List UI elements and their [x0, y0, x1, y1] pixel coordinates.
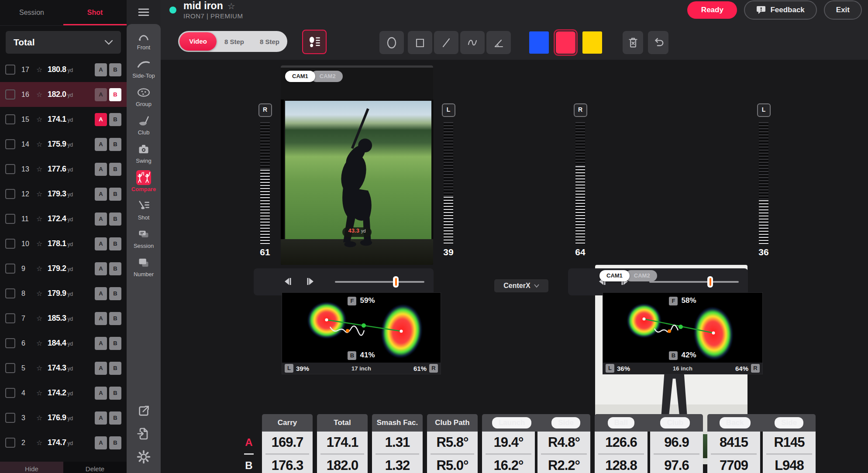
- assign-a-button[interactable]: A: [95, 362, 107, 375]
- rail-item-front[interactable]: Front: [127, 28, 161, 51]
- assign-a-button[interactable]: A: [95, 387, 107, 400]
- color-swatch-2[interactable]: [582, 31, 602, 54]
- mode-8step-1[interactable]: 8 Step: [217, 38, 252, 45]
- total-dropdown[interactable]: Total: [6, 31, 121, 54]
- clear-drawings-button[interactable]: [623, 31, 643, 54]
- assign-a-button[interactable]: A: [95, 287, 107, 300]
- cam1-tab[interactable]: CAM1: [285, 71, 315, 82]
- assign-b-button[interactable]: B: [109, 213, 121, 226]
- menu-button[interactable]: [127, 0, 161, 24]
- star-icon[interactable]: ☆: [36, 90, 48, 99]
- star-icon[interactable]: ☆: [36, 414, 48, 422]
- assign-b-button[interactable]: B: [109, 113, 121, 126]
- export-button[interactable]: [137, 404, 151, 420]
- shot-list-item[interactable]: 11 ☆ 172.4yd A B: [0, 206, 127, 231]
- shot-checkbox[interactable]: [5, 89, 15, 99]
- rail-item-shot[interactable]: Shot: [127, 199, 161, 221]
- star-icon[interactable]: ☆: [36, 314, 48, 322]
- assign-b-button[interactable]: B: [109, 436, 121, 449]
- star-icon[interactable]: ☆: [36, 115, 48, 123]
- star-icon[interactable]: ☆: [36, 264, 48, 273]
- rail-item-swing[interactable]: Swing: [127, 142, 161, 164]
- star-icon[interactable]: ☆: [36, 140, 48, 148]
- shot-list-item[interactable]: 7 ☆ 185.3yd A B: [0, 306, 127, 331]
- assign-a-button[interactable]: A: [95, 213, 107, 226]
- assign-a-button[interactable]: A: [95, 436, 107, 449]
- shot-list-item[interactable]: 5 ☆ 174.3yd A B: [0, 356, 127, 380]
- shot-checkbox[interactable]: [5, 413, 15, 423]
- draw-line-tool[interactable]: [434, 31, 458, 54]
- rail-item-session[interactable]: Session: [127, 227, 161, 249]
- rail-item-side-top[interactable]: Side-Top: [127, 57, 161, 79]
- assign-b-button[interactable]: B: [109, 287, 121, 300]
- shot-checkbox[interactable]: [5, 189, 15, 199]
- rail-item-group[interactable]: Group: [127, 85, 161, 107]
- assign-b-button[interactable]: B: [109, 387, 121, 400]
- shot-checkbox[interactable]: [5, 65, 15, 75]
- draw-ellipse-tool[interactable]: [379, 31, 404, 54]
- assign-a-button[interactable]: A: [95, 188, 107, 201]
- assign-b-button[interactable]: B: [109, 88, 121, 101]
- delete-button[interactable]: Delete: [63, 462, 127, 473]
- exit-button[interactable]: Exit: [824, 0, 862, 20]
- star-icon[interactable]: ☆: [36, 364, 48, 372]
- import-button[interactable]: [137, 427, 151, 442]
- assign-b-button[interactable]: B: [109, 312, 121, 325]
- cam1-tab[interactable]: CAM1: [599, 270, 630, 281]
- assign-a-button[interactable]: A: [95, 63, 107, 76]
- shot-checkbox[interactable]: [5, 288, 15, 298]
- shot-checkbox[interactable]: [5, 388, 15, 398]
- assign-a-button[interactable]: A: [95, 312, 107, 325]
- favorite-star-icon[interactable]: ☆: [227, 1, 235, 11]
- shot-checkbox[interactable]: [5, 363, 15, 373]
- mode-video[interactable]: Video: [179, 32, 217, 51]
- rail-item-number[interactable]: Number: [127, 255, 161, 278]
- draw-rect-tool[interactable]: [408, 31, 432, 54]
- pressure-panel-toggle[interactable]: [302, 30, 327, 54]
- rail-item-compare[interactable]: Compare: [127, 170, 161, 192]
- shot-checkbox[interactable]: [5, 214, 15, 224]
- assign-a-button[interactable]: A: [95, 262, 107, 275]
- star-icon[interactable]: ☆: [36, 165, 48, 173]
- frame-forward-button[interactable]: [305, 276, 316, 288]
- assign-a-button[interactable]: A: [95, 337, 107, 350]
- star-icon[interactable]: ☆: [36, 65, 48, 74]
- shot-checkbox[interactable]: [5, 313, 15, 323]
- assign-b-button[interactable]: B: [109, 362, 121, 375]
- shot-checkbox[interactable]: [5, 438, 15, 448]
- hide-button[interactable]: Hide: [0, 462, 63, 473]
- assign-a-button[interactable]: A: [95, 237, 107, 250]
- video-a-slider[interactable]: [335, 276, 424, 288]
- slider-thumb[interactable]: [707, 276, 713, 288]
- shot-list-item[interactable]: 4 ☆ 174.2yd A B: [0, 380, 127, 405]
- assign-b-button[interactable]: B: [109, 188, 121, 201]
- shot-checkbox[interactable]: [5, 114, 15, 124]
- shot-checkbox[interactable]: [5, 264, 15, 274]
- draw-angle-tool[interactable]: [486, 31, 511, 54]
- cam2-tab[interactable]: CAM2: [625, 270, 657, 281]
- assign-b-button[interactable]: B: [109, 138, 121, 151]
- assign-a-button[interactable]: A: [95, 88, 107, 101]
- star-icon[interactable]: ☆: [36, 339, 48, 347]
- star-icon[interactable]: ☆: [36, 289, 48, 298]
- shot-list-item[interactable]: 8 ☆ 179.9yd A B: [0, 281, 127, 306]
- settings-button[interactable]: [136, 449, 151, 466]
- assign-a-button[interactable]: A: [95, 113, 107, 126]
- tab-session[interactable]: Session: [0, 9, 63, 17]
- assign-b-button[interactable]: B: [109, 411, 121, 425]
- assign-a-button[interactable]: A: [95, 411, 107, 425]
- shot-checkbox[interactable]: [5, 139, 15, 149]
- shot-list-item[interactable]: 2 ☆ 174.7yd A B: [0, 430, 127, 455]
- shot-checkbox[interactable]: [5, 338, 15, 348]
- rail-item-club[interactable]: Club: [127, 113, 161, 136]
- shot-list-item[interactable]: 12 ☆ 179.3yd A B: [0, 182, 127, 206]
- shot-list-item[interactable]: 3 ☆ 176.9yd A B: [0, 405, 127, 430]
- video-b-slider[interactable]: [649, 276, 739, 288]
- shot-list-item[interactable]: 14 ☆ 175.9yd A B: [0, 132, 127, 157]
- assign-a-button[interactable]: A: [95, 163, 107, 176]
- metric-dropdown[interactable]: CenterX: [494, 279, 548, 292]
- assign-b-button[interactable]: B: [109, 237, 121, 250]
- video-a[interactable]: 43.3 yd CAM1 CAM2: [281, 65, 433, 265]
- draw-curve-tool[interactable]: [460, 31, 485, 54]
- cam2-tab[interactable]: CAM2: [311, 71, 343, 82]
